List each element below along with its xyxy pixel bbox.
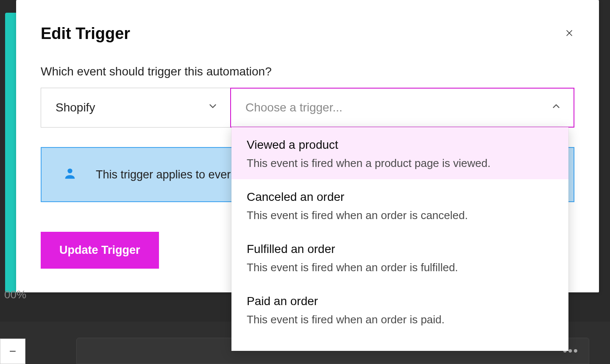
source-select-value: Shopify	[56, 101, 95, 114]
dropdown-option-description: This event is fired when an order is pai…	[247, 313, 553, 326]
dropdown-option-title: Viewed a product	[247, 138, 553, 152]
person-icon	[63, 166, 77, 183]
dropdown-option-paid-order[interactable]: Paid an order This event is fired when a…	[231, 283, 568, 336]
trigger-select[interactable]	[230, 88, 574, 128]
question-label: Which event should trigger this automati…	[41, 65, 574, 78]
selects-row: Shopify	[41, 88, 574, 128]
dropdown-option-viewed-product[interactable]: Viewed a product This event is fired whe…	[231, 127, 568, 179]
dropdown-option-title: Paid an order	[247, 295, 553, 308]
chevron-up-icon	[551, 101, 562, 115]
dropdown-option-canceled-order[interactable]: Canceled an order This event is fired wh…	[231, 179, 568, 231]
dropdown-option-description: This event is fired when an order is can…	[247, 209, 553, 222]
close-icon	[565, 28, 574, 38]
svg-point-2	[67, 168, 72, 173]
dropdown-option-fulfilled-order[interactable]: Fulfilled an order This event is fired w…	[231, 231, 568, 283]
dropdown-option-description: This event is fired when an order is ful…	[247, 261, 553, 274]
modal-title: Edit Trigger	[41, 25, 130, 43]
zoom-out-button[interactable]: −	[0, 339, 25, 364]
trigger-search-input[interactable]	[245, 101, 559, 114]
source-select[interactable]: Shopify	[41, 88, 231, 128]
modal-header: Edit Trigger	[41, 25, 574, 43]
chevron-down-icon	[207, 101, 218, 115]
minus-icon: −	[9, 345, 16, 358]
update-trigger-button[interactable]: Update Trigger	[41, 232, 159, 269]
dropdown-option-title: Canceled an order	[247, 190, 553, 204]
trigger-dropdown[interactable]: Viewed a product This event is fired whe…	[231, 127, 568, 351]
info-banner-text: This trigger applies to ever	[96, 168, 231, 181]
dropdown-option-title: Fulfilled an order	[247, 242, 553, 256]
close-button[interactable]	[564, 28, 574, 38]
zoom-level-fragment: 00%	[1, 285, 30, 305]
dropdown-option-description: This event is fired when a product page …	[247, 157, 553, 170]
